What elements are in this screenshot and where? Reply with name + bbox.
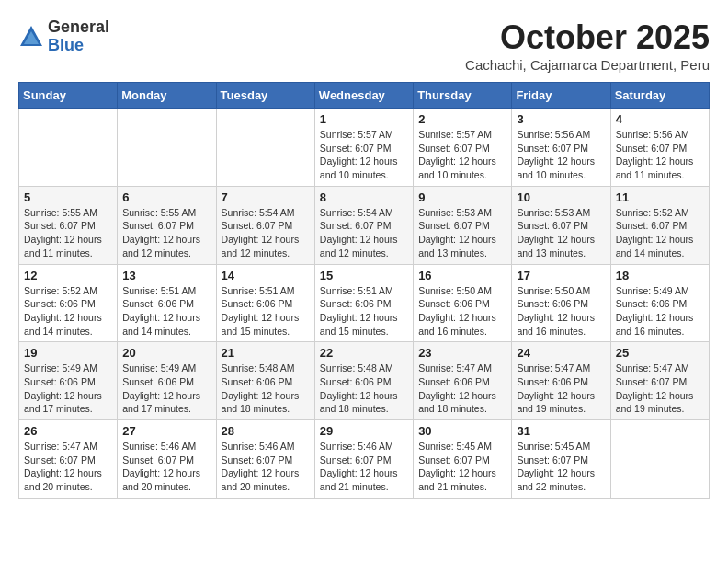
title-section: October 2025 Cachachi, Cajamarca Departm… (465, 18, 710, 73)
day-number: 30 (418, 424, 506, 438)
weekday-header-monday: Monday (118, 83, 216, 109)
day-number: 7 (222, 190, 310, 204)
weekday-row: SundayMondayTuesdayWednesdayThursdayFrid… (19, 83, 710, 109)
calendar-cell: 27Sunrise: 5:46 AM Sunset: 6:07 PM Dayli… (118, 420, 216, 499)
calendar-cell: 15Sunrise: 5:51 AM Sunset: 6:06 PM Dayli… (314, 264, 413, 342)
calendar-week-3: 12Sunrise: 5:52 AM Sunset: 6:06 PM Dayli… (19, 264, 710, 342)
day-info: Sunrise: 5:47 AM Sunset: 6:06 PM Dayligh… (517, 362, 605, 416)
day-number: 25 (616, 346, 704, 360)
calendar-cell: 29Sunrise: 5:46 AM Sunset: 6:07 PM Dayli… (314, 420, 413, 499)
weekday-header-saturday: Saturday (610, 83, 709, 109)
day-number: 3 (517, 112, 605, 126)
calendar-cell: 9Sunrise: 5:53 AM Sunset: 6:07 PM Daylig… (414, 186, 512, 264)
calendar-cell: 12Sunrise: 5:52 AM Sunset: 6:06 PM Dayli… (19, 264, 118, 342)
day-info: Sunrise: 5:50 AM Sunset: 6:06 PM Dayligh… (517, 284, 605, 339)
day-number: 13 (122, 269, 210, 282)
weekday-header-tuesday: Tuesday (216, 83, 314, 109)
calendar-cell: 23Sunrise: 5:47 AM Sunset: 6:06 PM Dayli… (414, 342, 512, 420)
calendar-table: SundayMondayTuesdayWednesdayThursdayFrid… (18, 82, 710, 499)
day-info: Sunrise: 5:52 AM Sunset: 6:06 PM Dayligh… (24, 284, 112, 339)
calendar-cell: 6Sunrise: 5:55 AM Sunset: 6:07 PM Daylig… (118, 186, 216, 264)
day-number: 1 (320, 112, 408, 126)
logo-general-text: General (48, 18, 109, 37)
calendar-cell: 28Sunrise: 5:46 AM Sunset: 6:07 PM Dayli… (216, 420, 314, 499)
calendar-cell (118, 109, 216, 187)
day-info: Sunrise: 5:56 AM Sunset: 6:07 PM Dayligh… (616, 128, 704, 182)
calendar-cell: 10Sunrise: 5:53 AM Sunset: 6:07 PM Dayli… (512, 186, 610, 264)
day-number: 17 (517, 269, 605, 282)
day-info: Sunrise: 5:51 AM Sunset: 6:06 PM Dayligh… (320, 284, 408, 339)
day-number: 26 (24, 424, 112, 438)
day-info: Sunrise: 5:51 AM Sunset: 6:06 PM Dayligh… (222, 284, 310, 339)
calendar-cell: 26Sunrise: 5:47 AM Sunset: 6:07 PM Dayli… (19, 420, 118, 499)
calendar-cell: 21Sunrise: 5:48 AM Sunset: 6:06 PM Dayli… (216, 342, 314, 420)
calendar-cell: 5Sunrise: 5:55 AM Sunset: 6:07 PM Daylig… (19, 186, 118, 264)
calendar-cell: 11Sunrise: 5:52 AM Sunset: 6:07 PM Dayli… (610, 186, 709, 264)
calendar-cell: 30Sunrise: 5:45 AM Sunset: 6:07 PM Dayli… (414, 420, 512, 499)
day-info: Sunrise: 5:55 AM Sunset: 6:07 PM Dayligh… (24, 206, 112, 260)
calendar-cell (216, 109, 314, 187)
day-number: 29 (320, 424, 408, 438)
location-text: Cachachi, Cajamarca Department, Peru (465, 57, 710, 73)
logo-icon (18, 24, 44, 50)
day-info: Sunrise: 5:55 AM Sunset: 6:07 PM Dayligh… (122, 206, 210, 260)
day-info: Sunrise: 5:53 AM Sunset: 6:07 PM Dayligh… (418, 206, 506, 260)
day-info: Sunrise: 5:57 AM Sunset: 6:07 PM Dayligh… (418, 128, 506, 182)
day-number: 23 (418, 346, 506, 360)
calendar-cell: 20Sunrise: 5:49 AM Sunset: 6:06 PM Dayli… (118, 342, 216, 420)
calendar-cell: 22Sunrise: 5:48 AM Sunset: 6:06 PM Dayli… (314, 342, 413, 420)
day-number: 12 (24, 269, 112, 282)
day-number: 2 (418, 112, 506, 126)
weekday-header-wednesday: Wednesday (314, 83, 413, 109)
weekday-header-sunday: Sunday (19, 83, 118, 109)
day-number: 18 (616, 269, 704, 282)
calendar-cell: 3Sunrise: 5:56 AM Sunset: 6:07 PM Daylig… (512, 109, 610, 187)
day-number: 9 (418, 190, 506, 204)
logo-blue-text: Blue (48, 37, 109, 55)
day-info: Sunrise: 5:47 AM Sunset: 6:06 PM Dayligh… (418, 362, 506, 416)
calendar-header: SundayMondayTuesdayWednesdayThursdayFrid… (19, 83, 710, 109)
day-number: 5 (24, 190, 112, 204)
day-number: 21 (222, 346, 310, 360)
day-info: Sunrise: 5:45 AM Sunset: 6:07 PM Dayligh… (517, 440, 605, 494)
calendar-week-5: 26Sunrise: 5:47 AM Sunset: 6:07 PM Dayli… (19, 420, 710, 499)
day-info: Sunrise: 5:49 AM Sunset: 6:06 PM Dayligh… (616, 284, 704, 339)
calendar-cell: 31Sunrise: 5:45 AM Sunset: 6:07 PM Dayli… (512, 420, 610, 499)
day-number: 16 (418, 269, 506, 282)
day-info: Sunrise: 5:57 AM Sunset: 6:07 PM Dayligh… (320, 128, 408, 182)
weekday-header-thursday: Thursday (414, 83, 512, 109)
page-header: General Blue October 2025 Cachachi, Caja… (18, 18, 710, 73)
day-info: Sunrise: 5:49 AM Sunset: 6:06 PM Dayligh… (122, 362, 210, 416)
day-info: Sunrise: 5:54 AM Sunset: 6:07 PM Dayligh… (222, 206, 310, 260)
day-info: Sunrise: 5:48 AM Sunset: 6:06 PM Dayligh… (222, 362, 310, 416)
calendar-body: 1Sunrise: 5:57 AM Sunset: 6:07 PM Daylig… (19, 109, 710, 499)
day-number: 27 (122, 424, 210, 438)
calendar-cell: 7Sunrise: 5:54 AM Sunset: 6:07 PM Daylig… (216, 186, 314, 264)
day-number: 11 (616, 190, 704, 204)
day-info: Sunrise: 5:56 AM Sunset: 6:07 PM Dayligh… (517, 128, 605, 182)
day-info: Sunrise: 5:53 AM Sunset: 6:07 PM Dayligh… (517, 206, 605, 260)
calendar-cell: 25Sunrise: 5:47 AM Sunset: 6:07 PM Dayli… (610, 342, 709, 420)
day-info: Sunrise: 5:46 AM Sunset: 6:07 PM Dayligh… (222, 440, 310, 494)
day-info: Sunrise: 5:46 AM Sunset: 6:07 PM Dayligh… (320, 440, 408, 494)
calendar-week-2: 5Sunrise: 5:55 AM Sunset: 6:07 PM Daylig… (19, 186, 710, 264)
day-info: Sunrise: 5:47 AM Sunset: 6:07 PM Dayligh… (616, 362, 704, 416)
day-number: 14 (222, 269, 310, 282)
day-info: Sunrise: 5:51 AM Sunset: 6:06 PM Dayligh… (122, 284, 210, 339)
month-title: October 2025 (465, 18, 710, 57)
calendar-cell: 17Sunrise: 5:50 AM Sunset: 6:06 PM Dayli… (512, 264, 610, 342)
calendar-cell: 24Sunrise: 5:47 AM Sunset: 6:06 PM Dayli… (512, 342, 610, 420)
calendar-cell (610, 420, 709, 499)
day-number: 15 (320, 269, 408, 282)
day-info: Sunrise: 5:47 AM Sunset: 6:07 PM Dayligh… (24, 440, 112, 494)
day-number: 31 (517, 424, 605, 438)
calendar-week-1: 1Sunrise: 5:57 AM Sunset: 6:07 PM Daylig… (19, 109, 710, 187)
calendar-cell: 8Sunrise: 5:54 AM Sunset: 6:07 PM Daylig… (314, 186, 413, 264)
day-number: 4 (616, 112, 704, 126)
calendar-cell: 14Sunrise: 5:51 AM Sunset: 6:06 PM Dayli… (216, 264, 314, 342)
calendar-cell: 18Sunrise: 5:49 AM Sunset: 6:06 PM Dayli… (610, 264, 709, 342)
day-number: 22 (320, 346, 408, 360)
calendar-cell: 1Sunrise: 5:57 AM Sunset: 6:07 PM Daylig… (314, 109, 413, 187)
day-number: 6 (122, 190, 210, 204)
day-info: Sunrise: 5:52 AM Sunset: 6:07 PM Dayligh… (616, 206, 704, 260)
